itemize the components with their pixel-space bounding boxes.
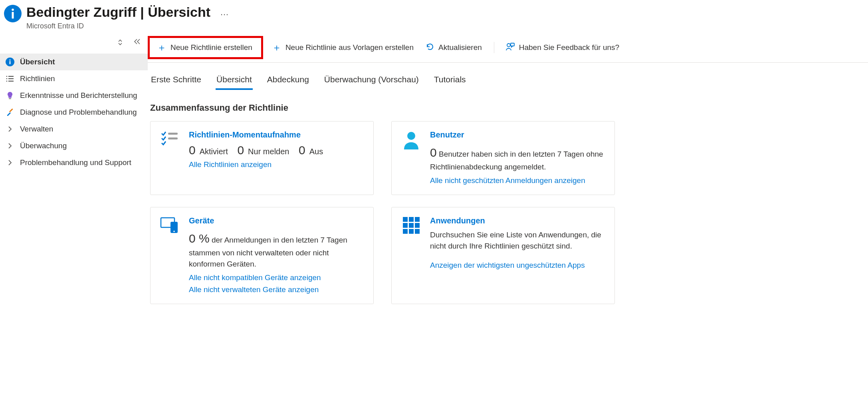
chevron-right-icon <box>6 143 14 149</box>
svg-rect-22 <box>403 223 408 228</box>
stat-value: 0 <box>430 146 437 159</box>
main-content: ＋ Neue Richtlinie erstellen ＋ Neue Richt… <box>148 33 868 304</box>
svg-point-11 <box>507 44 510 47</box>
stat-desc: Benutzer haben sich in den letzten 7 Tag… <box>430 150 603 171</box>
devices-icon <box>160 216 180 294</box>
card-devices: Geräte 0 % der Anmeldungen in den letzte… <box>150 207 374 304</box>
card-description: Durchsuchen Sie eine Liste von Anwendung… <box>430 229 605 252</box>
more-actions-icon[interactable]: … <box>220 7 230 18</box>
stat-value: 0 % <box>189 232 210 245</box>
sidebar-item-insights[interactable]: Erkenntnisse und Berichterstellung <box>0 87 148 104</box>
tab-tutorials[interactable]: Tutorials <box>433 75 467 90</box>
svg-rect-10 <box>9 98 11 99</box>
apps-grid-icon <box>401 216 421 294</box>
page-subtitle: Microsoft Entra ID <box>26 22 230 30</box>
separator <box>494 42 494 53</box>
svg-point-18 <box>173 231 175 232</box>
svg-rect-24 <box>415 223 420 228</box>
card-title: Benutzer <box>430 130 605 139</box>
svg-point-2 <box>10 60 11 61</box>
new-policy-button[interactable]: ＋ Neue Richtlinie erstellen <box>151 40 259 56</box>
sidebar: Übersicht Richtlinien Erkenntnisse und B… <box>0 33 148 304</box>
link-all-policies[interactable]: Alle Richtlinien anzeigen <box>189 160 364 169</box>
info-circle-icon <box>6 58 14 66</box>
svg-rect-14 <box>168 137 178 139</box>
button-label: Haben Sie Feedback für uns? <box>519 43 619 52</box>
stat-label: Aus <box>309 147 323 156</box>
page-title: Bedingter Zugriff | Übersicht <box>26 5 210 20</box>
button-label: Neue Richtlinie aus Vorlagen erstellen <box>285 43 414 52</box>
collapse-sidebar-icon[interactable] <box>133 38 141 48</box>
tab-first-steps[interactable]: Erste Schritte <box>150 75 202 90</box>
card-title: Richtlinien-Momentaufnahme <box>189 130 364 139</box>
chevron-right-icon <box>6 159 14 166</box>
svg-point-15 <box>407 132 415 140</box>
card-stats: 0Aktiviert 0Nur melden 0Aus <box>189 143 364 157</box>
checklist-icon <box>160 130 180 185</box>
plus-icon: ＋ <box>272 43 281 52</box>
svg-rect-27 <box>415 229 420 234</box>
sidebar-item-policies[interactable]: Richtlinien <box>0 70 148 87</box>
svg-rect-23 <box>409 223 414 228</box>
new-from-template-button[interactable]: ＋ Neue Richtlinie aus Vorlagen erstellen <box>266 40 420 56</box>
sidebar-item-label: Verwalten <box>20 125 142 133</box>
tabs: Erste Schritte Übersicht Abdeckung Überw… <box>148 63 868 90</box>
link-top-unprotected-apps[interactable]: Anzeigen der wichtigsten ungeschützten A… <box>430 261 605 270</box>
card-description: 0 % der Anmeldungen in den letzten 7 Tag… <box>189 229 364 270</box>
button-label: Aktualisieren <box>438 43 482 52</box>
sidebar-item-support[interactable]: Problembehandlung und Support <box>0 154 148 171</box>
tab-overview[interactable]: Übersicht <box>216 75 253 90</box>
sidebar-item-label: Erkenntnisse und Berichterstellung <box>20 91 142 100</box>
page-icon <box>4 5 22 22</box>
list-icon <box>6 75 14 82</box>
tab-monitoring-preview[interactable]: Überwachung (Vorschau) <box>323 75 420 90</box>
stat-value: 0 <box>189 143 196 157</box>
card-applications: Anwendungen Durchsuchen Sie eine Liste v… <box>391 207 615 304</box>
card-title: Geräte <box>189 216 364 225</box>
link-unprotected-signins[interactable]: Alle nicht geschützten Anmeldungen anzei… <box>430 176 605 185</box>
svg-rect-26 <box>409 229 414 234</box>
bulb-icon <box>6 92 14 100</box>
expand-collapse-icon[interactable] <box>117 38 123 48</box>
tools-icon <box>6 108 14 116</box>
feedback-button[interactable]: Haben Sie Feedback für uns? <box>500 39 626 56</box>
svg-point-0 <box>12 8 14 11</box>
sidebar-item-label: Problembehandlung und Support <box>20 158 142 167</box>
svg-rect-13 <box>168 133 178 135</box>
sidebar-item-diagnose[interactable]: Diagnose und Problembehandlung <box>0 104 148 121</box>
link-incompatible-devices[interactable]: Alle nicht kompatiblen Geräte anzeigen <box>189 273 364 282</box>
svg-rect-3 <box>10 61 11 64</box>
sidebar-item-manage[interactable]: Verwalten <box>0 121 148 137</box>
svg-rect-20 <box>409 217 414 222</box>
refresh-icon <box>426 42 434 53</box>
link-unmanaged-devices[interactable]: Alle nicht verwalteten Geräte anzeigen <box>189 285 364 294</box>
svg-rect-25 <box>403 229 408 234</box>
stat-value: 0 <box>299 143 305 157</box>
svg-rect-1 <box>12 12 14 19</box>
card-title: Anwendungen <box>430 216 605 225</box>
sidebar-item-overview[interactable]: Übersicht <box>0 54 148 70</box>
button-label: Neue Richtlinie erstellen <box>170 43 252 52</box>
stat-value: 0 <box>237 143 244 157</box>
cards-grid: Richtlinien-Momentaufnahme 0Aktiviert 0N… <box>148 121 868 304</box>
sidebar-item-monitoring[interactable]: Überwachung <box>0 137 148 154</box>
sidebar-item-label: Richtlinien <box>20 74 142 83</box>
page-header: Bedingter Zugriff | Übersicht … Microsof… <box>0 0 868 33</box>
stat-label: Nur melden <box>248 147 289 156</box>
card-description: 0 Benutzer haben sich in den letzten 7 T… <box>430 143 605 173</box>
refresh-button[interactable]: Aktualisieren <box>420 39 488 56</box>
sidebar-item-label: Übersicht <box>20 58 142 66</box>
user-icon <box>401 130 421 185</box>
sidebar-item-label: Überwachung <box>20 141 142 150</box>
section-title: Zusammenfassung der Richtlinie <box>148 90 868 121</box>
svg-rect-21 <box>415 217 420 222</box>
svg-rect-19 <box>403 217 408 222</box>
stat-label: Aktiviert <box>200 147 228 156</box>
feedback-icon <box>505 42 515 53</box>
highlight-box: ＋ Neue Richtlinie erstellen <box>148 36 263 59</box>
svg-rect-12 <box>511 43 514 46</box>
tab-coverage[interactable]: Abdeckung <box>266 75 310 90</box>
card-users: Benutzer 0 Benutzer haben sich in den le… <box>391 121 615 195</box>
chevron-right-icon <box>6 126 14 132</box>
plus-icon: ＋ <box>157 43 166 52</box>
